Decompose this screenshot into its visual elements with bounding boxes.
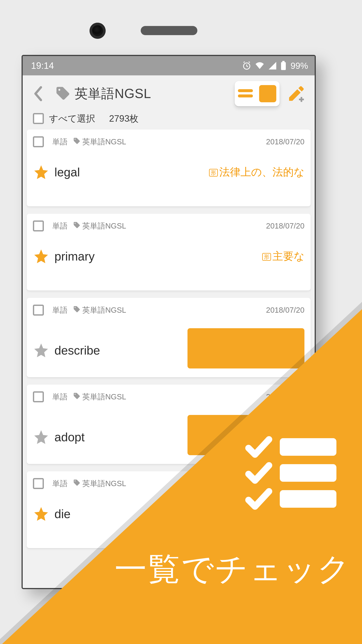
card-meta-row: 単語英単語NGSL2018/07/20 xyxy=(33,390,304,404)
tag-icon xyxy=(73,137,80,146)
status-bar: 19:14 99% xyxy=(23,56,315,76)
card-count: 2793枚 xyxy=(109,112,139,125)
card-category: 単語 xyxy=(52,392,68,402)
flashcard[interactable]: 単語英単語NGSL2018/07/20adopt xyxy=(27,384,311,464)
card-checkbox[interactable] xyxy=(33,220,44,232)
svg-rect-1 xyxy=(281,62,286,70)
card-body: legal形法律上の、法的な xyxy=(33,164,304,180)
card-tag-label: 英単語NGSL xyxy=(82,305,126,315)
card-body: primary形主要な xyxy=(33,248,304,264)
wifi-icon xyxy=(255,61,265,70)
device-speaker xyxy=(141,26,197,35)
hidden-meaning[interactable] xyxy=(187,415,304,455)
card-tag: 英単語NGSL xyxy=(73,137,126,147)
list-view-icon xyxy=(238,88,253,100)
card-body: adopt xyxy=(33,419,304,455)
view-toggle[interactable] xyxy=(235,81,280,106)
card-category: 単語 xyxy=(52,305,68,315)
page-title: 英単語NGSL xyxy=(75,85,151,102)
star-icon[interactable] xyxy=(33,164,49,180)
star-icon[interactable] xyxy=(33,506,49,522)
card-meta-row: 単語英単語NGSL2018/07/20 xyxy=(33,476,304,491)
flashcard[interactable]: 単語英単語NGSL2018/07/20legal形法律上の、法的な xyxy=(27,130,311,206)
pos-badge: 形 xyxy=(209,169,218,176)
star-icon[interactable] xyxy=(33,248,49,264)
alarm-icon xyxy=(242,61,251,70)
meaning-text: 法律上の、法的な xyxy=(219,165,304,179)
flashcard[interactable]: 単語英単語NGSL2018/07/20die xyxy=(27,471,311,548)
back-button[interactable] xyxy=(30,86,46,102)
svg-rect-2 xyxy=(282,61,285,62)
flashcard[interactable]: 単語英単語NGSL2018/07/20primary形主要な xyxy=(27,214,311,290)
tag-icon xyxy=(73,222,80,230)
tag-icon xyxy=(73,392,80,402)
card-category: 単語 xyxy=(52,478,68,489)
card-checkbox[interactable] xyxy=(33,304,44,316)
card-meaning: 形法律上の、法的な xyxy=(209,165,304,179)
select-all-label: すべて選択 xyxy=(49,112,95,125)
svg-rect-6 xyxy=(299,98,304,100)
select-all-checkbox[interactable] xyxy=(33,113,44,124)
card-body: die xyxy=(33,506,304,522)
cell-signal-icon xyxy=(268,61,277,70)
battery-icon xyxy=(280,61,287,70)
card-tag-label: 英単語NGSL xyxy=(82,478,126,489)
card-meta-row: 単語英単語NGSL2018/07/20 xyxy=(33,219,304,233)
card-date: 2018/07/20 xyxy=(266,222,304,230)
card-word: die xyxy=(54,507,139,521)
meaning-text: 主要な xyxy=(272,249,304,264)
phone-screen: 19:14 99% xyxy=(21,55,316,589)
tag-icon xyxy=(55,86,71,102)
tag-icon xyxy=(73,479,80,488)
compose-button[interactable] xyxy=(286,84,306,104)
card-tag-label: 英単語NGSL xyxy=(82,392,126,402)
device-camera xyxy=(90,23,106,39)
card-category: 単語 xyxy=(52,221,68,231)
card-checkbox[interactable] xyxy=(33,391,44,402)
pos-badge: 形 xyxy=(262,253,271,261)
star-icon[interactable] xyxy=(33,342,49,358)
card-meta-row: 単語英単語NGSL2018/07/20 xyxy=(33,303,304,317)
card-tag: 英単語NGSL xyxy=(73,221,126,231)
card-checkbox[interactable] xyxy=(33,478,44,489)
card-list: 単語英単語NGSL2018/07/20legal形法律上の、法的な単語英単語NG… xyxy=(23,130,315,548)
card-category: 単語 xyxy=(52,137,68,147)
card-word: adopt xyxy=(54,430,139,444)
card-meta-row: 単語英単語NGSL2018/07/20 xyxy=(33,135,304,149)
hidden-meaning[interactable] xyxy=(187,328,304,368)
select-all-row: すべて選択 2793枚 xyxy=(23,110,315,130)
card-body: describe xyxy=(33,332,304,368)
card-tag: 英単語NGSL xyxy=(73,478,126,489)
card-word: primary xyxy=(54,249,139,263)
battery-percent: 99% xyxy=(291,61,308,71)
card-checkbox[interactable] xyxy=(33,136,44,147)
star-icon[interactable] xyxy=(33,429,49,445)
card-date: 2018/07/20 xyxy=(266,479,304,488)
tag-icon xyxy=(73,306,80,315)
card-date: 2018/07/20 xyxy=(266,138,304,146)
card-tag-label: 英単語NGSL xyxy=(82,137,126,147)
card-tag: 英単語NGSL xyxy=(73,392,126,402)
card-view-icon xyxy=(259,85,276,102)
app-header: 英単語NGSL xyxy=(23,76,315,110)
card-tag: 英単語NGSL xyxy=(73,305,126,315)
card-meaning: 形主要な xyxy=(262,249,304,264)
card-date: 2018/07/20 xyxy=(266,392,304,401)
flashcard[interactable]: 単語英単語NGSL2018/07/20describe xyxy=(27,298,311,377)
card-tag-label: 英単語NGSL xyxy=(82,221,126,231)
card-date: 2018/07/20 xyxy=(266,306,304,314)
status-time: 19:14 xyxy=(31,60,54,71)
card-word: legal xyxy=(54,165,139,179)
card-word: describe xyxy=(54,344,139,357)
